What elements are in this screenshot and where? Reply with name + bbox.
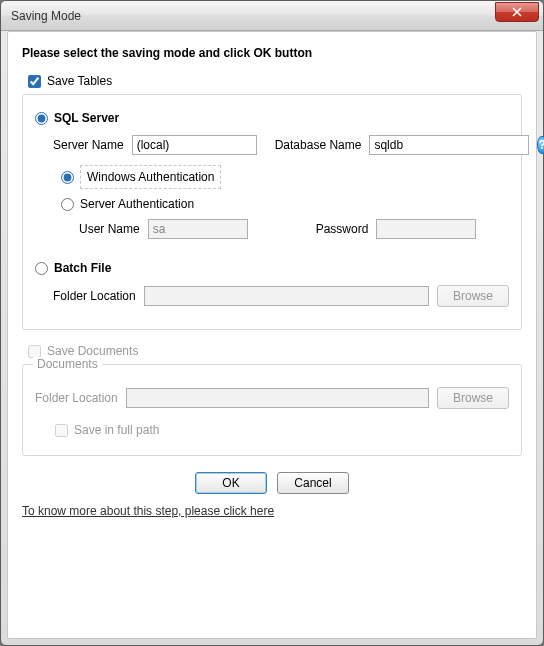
save-tables-checkbox[interactable]: [28, 75, 41, 88]
documents-folder-label: Folder Location: [35, 391, 118, 405]
server-name-input[interactable]: [132, 135, 257, 155]
database-name-label: Database Name: [275, 138, 362, 152]
save-full-path-label: Save in full path: [74, 423, 159, 437]
instruction-heading: Please select the saving mode and click …: [22, 46, 522, 60]
documents-fieldset: Documents Folder Location Browse Save in…: [22, 364, 522, 456]
password-label: Password: [316, 222, 369, 236]
server-db-row: Server Name Database Name ?: [53, 135, 509, 155]
saving-mode-dialog: Saving Mode Please select the saving mod…: [0, 0, 544, 646]
documents-browse-button: Browse: [437, 387, 509, 409]
dialog-buttons: OK Cancel: [22, 472, 522, 494]
documents-folder-row: Folder Location Browse: [35, 387, 509, 409]
documents-legend: Documents: [33, 357, 102, 371]
save-tables-label: Save Tables: [47, 74, 112, 88]
cancel-button[interactable]: Cancel: [277, 472, 349, 494]
database-name-input[interactable]: [369, 135, 529, 155]
batch-file-radio[interactable]: [35, 262, 48, 275]
sql-server-row: SQL Server: [35, 111, 509, 125]
footer-help-link[interactable]: To know more about this step, please cli…: [22, 504, 274, 518]
server-auth-radio[interactable]: [61, 198, 74, 211]
sql-server-block: Server Name Database Name ? Windows Auth…: [53, 135, 509, 239]
server-name-label: Server Name: [53, 138, 124, 152]
documents-folder-input: [126, 388, 429, 408]
titlebar: Saving Mode: [1, 1, 543, 31]
close-icon: [512, 7, 522, 17]
sql-server-label: SQL Server: [54, 111, 119, 125]
help-icon[interactable]: ?: [537, 136, 544, 154]
windows-auth-row: Windows Authentication: [61, 165, 509, 189]
server-auth-label: Server Authentication: [80, 197, 194, 211]
ok-button[interactable]: OK: [195, 472, 267, 494]
user-name-label: User Name: [79, 222, 140, 236]
user-name-input: [148, 219, 248, 239]
save-tables-row: Save Tables: [28, 74, 522, 88]
batch-browse-button: Browse: [437, 285, 509, 307]
save-tables-fieldset: SQL Server Server Name Database Name ? W…: [22, 94, 522, 330]
batch-folder-input: [144, 286, 429, 306]
save-documents-label: Save Documents: [47, 344, 138, 358]
auth-block: Windows Authentication Server Authentica…: [61, 165, 509, 239]
password-input: [376, 219, 476, 239]
batch-file-row: Batch File: [35, 261, 509, 275]
server-auth-row: Server Authentication: [61, 197, 509, 211]
windows-auth-radio[interactable]: [61, 171, 74, 184]
content-area: Please select the saving mode and click …: [7, 31, 537, 639]
save-documents-row: Save Documents: [28, 344, 522, 358]
batch-file-label: Batch File: [54, 261, 111, 275]
close-button[interactable]: [495, 2, 539, 22]
sql-server-radio[interactable]: [35, 112, 48, 125]
batch-folder-row: Folder Location Browse: [53, 285, 509, 307]
save-full-path-checkbox: [55, 424, 68, 437]
batch-folder-label: Folder Location: [53, 289, 136, 303]
window-title: Saving Mode: [11, 9, 495, 23]
user-pass-row: User Name Password: [79, 219, 509, 239]
save-documents-checkbox: [28, 345, 41, 358]
windows-auth-label: Windows Authentication: [80, 165, 221, 189]
save-full-path-row: Save in full path: [55, 423, 509, 437]
